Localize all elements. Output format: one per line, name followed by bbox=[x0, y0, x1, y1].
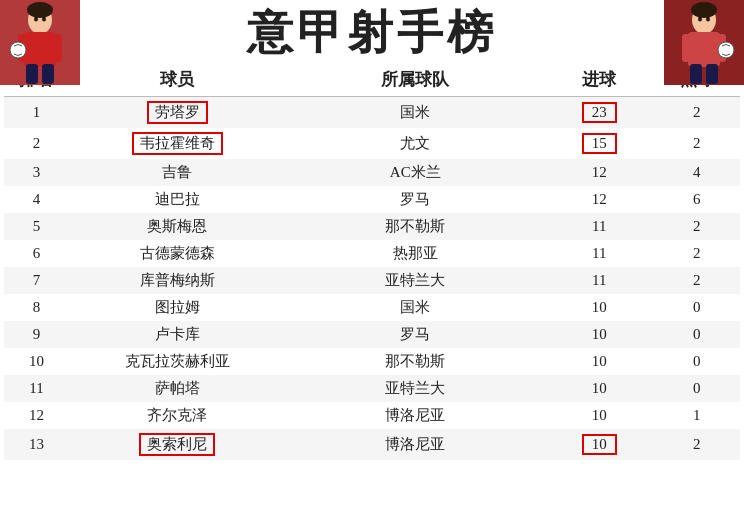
cell-player: 古德蒙德森 bbox=[69, 240, 285, 267]
cell-rank: 7 bbox=[4, 267, 69, 294]
cell-goals: 23 bbox=[545, 96, 653, 128]
cell-goals: 11 bbox=[545, 213, 653, 240]
cell-team: 罗马 bbox=[285, 186, 545, 213]
cell-rank: 1 bbox=[4, 96, 69, 128]
cell-player: 克瓦拉茨赫利亚 bbox=[69, 348, 285, 375]
cell-assists: 2 bbox=[653, 96, 740, 128]
cell-player: 库普梅纳斯 bbox=[69, 267, 285, 294]
cell-assists: 2 bbox=[653, 429, 740, 460]
header-image-left bbox=[0, 0, 80, 85]
cell-rank: 11 bbox=[4, 375, 69, 402]
cell-assists: 2 bbox=[653, 240, 740, 267]
table-row: 1劳塔罗国米232 bbox=[4, 96, 740, 128]
cell-rank: 6 bbox=[4, 240, 69, 267]
table-row: 10克瓦拉茨赫利亚那不勒斯100 bbox=[4, 348, 740, 375]
cell-rank: 8 bbox=[4, 294, 69, 321]
cell-assists: 0 bbox=[653, 294, 740, 321]
col-header-player: 球员 bbox=[69, 63, 285, 97]
page-title: 意甲射手榜 bbox=[0, 8, 744, 59]
svg-rect-6 bbox=[42, 64, 54, 84]
table-row: 4迪巴拉罗马126 bbox=[4, 186, 740, 213]
cell-team: 国米 bbox=[285, 96, 545, 128]
svg-point-8 bbox=[34, 17, 38, 22]
table-row: 11萨帕塔亚特兰大100 bbox=[4, 375, 740, 402]
cell-goals: 10 bbox=[545, 429, 653, 460]
page-wrapper: 意甲射手榜 排名 bbox=[0, 0, 744, 506]
svg-rect-14 bbox=[682, 34, 696, 62]
cell-team: 亚特兰大 bbox=[285, 375, 545, 402]
svg-rect-17 bbox=[706, 64, 718, 84]
cell-team: 热那亚 bbox=[285, 240, 545, 267]
cell-rank: 10 bbox=[4, 348, 69, 375]
svg-point-7 bbox=[27, 2, 53, 18]
table-row: 3吉鲁AC米兰124 bbox=[4, 159, 740, 186]
cell-rank: 3 bbox=[4, 159, 69, 186]
cell-assists: 2 bbox=[653, 213, 740, 240]
cell-goals: 10 bbox=[545, 375, 653, 402]
table-row: 2韦拉霍维奇尤文152 bbox=[4, 128, 740, 159]
cell-assists: 6 bbox=[653, 186, 740, 213]
svg-rect-16 bbox=[690, 64, 702, 84]
cell-assists: 2 bbox=[653, 128, 740, 159]
cell-player: 奥斯梅恩 bbox=[69, 213, 285, 240]
svg-point-9 bbox=[42, 17, 46, 22]
rankings-table: 排名 球员 所属球队 进球 点球 1劳塔罗国米2322韦拉霍维奇尤文1523吉鲁… bbox=[4, 63, 740, 460]
header: 意甲射手榜 bbox=[0, 0, 744, 63]
col-header-team: 所属球队 bbox=[285, 63, 545, 97]
cell-goals: 11 bbox=[545, 240, 653, 267]
cell-rank: 4 bbox=[4, 186, 69, 213]
cell-team: 亚特兰大 bbox=[285, 267, 545, 294]
cell-team: 那不勒斯 bbox=[285, 213, 545, 240]
cell-goals: 12 bbox=[545, 159, 653, 186]
cell-player: 卢卡库 bbox=[69, 321, 285, 348]
cell-assists: 1 bbox=[653, 402, 740, 429]
cell-assists: 4 bbox=[653, 159, 740, 186]
cell-team: AC米兰 bbox=[285, 159, 545, 186]
table-header-row: 排名 球员 所属球队 进球 点球 bbox=[4, 63, 740, 97]
cell-rank: 2 bbox=[4, 128, 69, 159]
cell-player: 韦拉霍维奇 bbox=[69, 128, 285, 159]
svg-rect-4 bbox=[48, 34, 62, 62]
header-image-right bbox=[664, 0, 744, 85]
cell-assists: 0 bbox=[653, 321, 740, 348]
cell-team: 博洛尼亚 bbox=[285, 402, 545, 429]
col-header-goals: 进球 bbox=[545, 63, 653, 97]
table-container: 排名 球员 所属球队 进球 点球 1劳塔罗国米2322韦拉霍维奇尤文1523吉鲁… bbox=[0, 63, 744, 460]
table-row: 8图拉姆国米100 bbox=[4, 294, 740, 321]
cell-team: 尤文 bbox=[285, 128, 545, 159]
cell-goals: 10 bbox=[545, 348, 653, 375]
cell-goals: 12 bbox=[545, 186, 653, 213]
table-row: 7库普梅纳斯亚特兰大112 bbox=[4, 267, 740, 294]
table-row: 13奥索利尼博洛尼亚102 bbox=[4, 429, 740, 460]
cell-assists: 0 bbox=[653, 348, 740, 375]
cell-player: 齐尔克泽 bbox=[69, 402, 285, 429]
cell-goals: 10 bbox=[545, 321, 653, 348]
table-row: 9卢卡库罗马100 bbox=[4, 321, 740, 348]
cell-team: 那不勒斯 bbox=[285, 348, 545, 375]
cell-goals: 11 bbox=[545, 267, 653, 294]
cell-goals: 10 bbox=[545, 294, 653, 321]
svg-point-18 bbox=[691, 2, 717, 18]
cell-team: 国米 bbox=[285, 294, 545, 321]
table-row: 12齐尔克泽博洛尼亚101 bbox=[4, 402, 740, 429]
cell-team: 罗马 bbox=[285, 321, 545, 348]
cell-assists: 2 bbox=[653, 267, 740, 294]
cell-goals: 15 bbox=[545, 128, 653, 159]
cell-player: 萨帕塔 bbox=[69, 375, 285, 402]
cell-goals: 10 bbox=[545, 402, 653, 429]
cell-player: 迪巴拉 bbox=[69, 186, 285, 213]
cell-player: 图拉姆 bbox=[69, 294, 285, 321]
svg-rect-5 bbox=[26, 64, 38, 84]
table-row: 6古德蒙德森热那亚112 bbox=[4, 240, 740, 267]
cell-player: 劳塔罗 bbox=[69, 96, 285, 128]
cell-team: 博洛尼亚 bbox=[285, 429, 545, 460]
cell-rank: 12 bbox=[4, 402, 69, 429]
svg-point-20 bbox=[706, 17, 710, 22]
cell-rank: 9 bbox=[4, 321, 69, 348]
cell-assists: 0 bbox=[653, 375, 740, 402]
cell-rank: 5 bbox=[4, 213, 69, 240]
table-row: 5奥斯梅恩那不勒斯112 bbox=[4, 213, 740, 240]
cell-player: 奥索利尼 bbox=[69, 429, 285, 460]
cell-player: 吉鲁 bbox=[69, 159, 285, 186]
cell-rank: 13 bbox=[4, 429, 69, 460]
